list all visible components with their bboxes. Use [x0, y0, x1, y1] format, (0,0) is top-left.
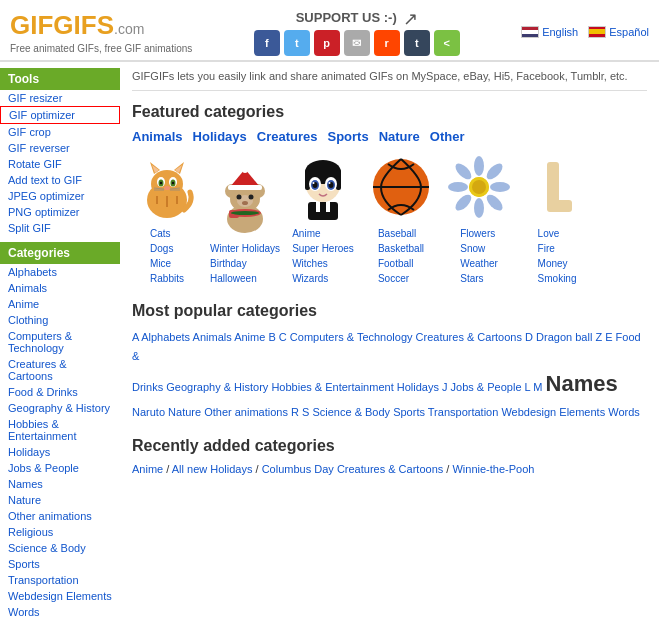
pop-e-link[interactable]: E	[605, 331, 612, 343]
sidebar-item-other-animations[interactable]: Other animations	[0, 508, 120, 524]
pop-creatures-link[interactable]: Creatures & Cartoons	[416, 331, 522, 343]
recent-anime-link[interactable]: Anime	[132, 463, 163, 475]
feat-other-link[interactable]: Other	[430, 129, 465, 144]
sidebar-item-gif-optimizer[interactable]: GIF optimizer	[0, 106, 120, 124]
sidebar-item-add-text-gif[interactable]: Add text to GIF	[0, 172, 120, 188]
pop-s-link[interactable]: S	[302, 406, 309, 418]
football-link[interactable]: Football	[378, 256, 414, 271]
soccer-link[interactable]: Soccer	[378, 271, 409, 286]
reddit-button[interactable]: r	[374, 30, 400, 56]
feat-creatures-link[interactable]: Creatures	[257, 129, 318, 144]
winter-holidays-link[interactable]: Winter Holidays	[210, 241, 280, 256]
pop-holidays-link[interactable]: Holidays	[397, 381, 439, 393]
pop-naruto-link[interactable]: Naruto	[132, 406, 165, 418]
recent-creatures-link[interactable]: Creatures & Cartoons	[337, 463, 443, 475]
sidebar-item-science[interactable]: Science & Body	[0, 540, 120, 556]
sidebar-item-webdesign[interactable]: Webdesign Elements	[0, 588, 120, 604]
recent-holidays-link[interactable]: Holidays	[210, 463, 252, 475]
pop-sports-link[interactable]: Sports	[393, 406, 425, 418]
weather-link[interactable]: Weather	[460, 256, 498, 271]
sidebar-item-jpeg-optimizer[interactable]: JPEG optimizer	[0, 188, 120, 204]
espanol-link[interactable]: Español	[609, 26, 649, 38]
halloween-link[interactable]: Halloween	[210, 271, 257, 286]
sidebar-item-creatures[interactable]: Creatures & Cartoons	[0, 356, 120, 384]
pop-anime-link[interactable]: Anime	[234, 331, 265, 343]
sidebar-item-gif-crop[interactable]: GIF crop	[0, 124, 120, 140]
pop-science-link[interactable]: Science & Body	[312, 406, 390, 418]
pop-jobs-link[interactable]: Jobs & People	[451, 381, 522, 393]
sidebar-item-clothing[interactable]: Clothing	[0, 312, 120, 328]
pop-drinks-link[interactable]: Drinks	[132, 381, 163, 393]
sidebar-item-sports[interactable]: Sports	[0, 556, 120, 572]
feat-nature-link[interactable]: Nature	[379, 129, 420, 144]
sidebar-item-jobs[interactable]: Jobs & People	[0, 460, 120, 476]
sidebar-item-anime[interactable]: Anime	[0, 296, 120, 312]
lang-english[interactable]: English	[521, 26, 578, 38]
sidebar-item-gif-resizer[interactable]: GIF resizer	[0, 90, 120, 106]
rabbits-link[interactable]: Rabbits	[150, 271, 184, 286]
twitter-button[interactable]: t	[284, 30, 310, 56]
sidebar-item-food[interactable]: Food & Drinks	[0, 384, 120, 400]
snow-link[interactable]: Snow	[460, 241, 485, 256]
baseball-link[interactable]: Baseball	[378, 226, 416, 241]
pop-hobbies-link[interactable]: Hobbies & Entertainment	[271, 381, 393, 393]
pop-computers-link[interactable]: Computers & Technology	[290, 331, 413, 343]
share-button[interactable]: <	[434, 30, 460, 56]
english-link[interactable]: English	[542, 26, 578, 38]
sidebar-item-words[interactable]: Words	[0, 604, 120, 620]
fire-link[interactable]: Fire	[538, 241, 555, 256]
sidebar-item-transportation[interactable]: Transportation	[0, 572, 120, 588]
lang-espanol[interactable]: Español	[588, 26, 649, 38]
pinterest-button[interactable]: p	[314, 30, 340, 56]
feat-sports-link[interactable]: Sports	[327, 129, 368, 144]
birthday-link[interactable]: Birthday	[210, 256, 247, 271]
pop-other-anim-link[interactable]: Other animations	[204, 406, 288, 418]
feat-animals-link[interactable]: Animals	[132, 129, 183, 144]
recent-columbus-link[interactable]: Columbus Day	[262, 463, 334, 475]
sidebar-item-split-gif[interactable]: Split GIF	[0, 220, 120, 236]
mice-link[interactable]: Mice	[150, 256, 171, 271]
pop-alphabets-link[interactable]: Alphabets	[141, 331, 190, 343]
pop-names-big[interactable]: Names	[546, 371, 618, 396]
pop-l-link[interactable]: L	[525, 381, 531, 393]
sidebar-item-names[interactable]: Names	[0, 476, 120, 492]
sidebar-item-holidays[interactable]: Holidays	[0, 444, 120, 460]
stars-link[interactable]: Stars	[460, 271, 483, 286]
sidebar-item-png-optimizer[interactable]: PNG optimizer	[0, 204, 120, 220]
smoking-link[interactable]: Smoking	[538, 271, 577, 286]
anime-link[interactable]: Anime	[292, 226, 320, 241]
sidebar-item-religious[interactable]: Religious	[0, 524, 120, 540]
sidebar-item-hobbies[interactable]: Hobbies & Entertainment	[0, 416, 120, 444]
superheroes-link[interactable]: Super Heroes	[292, 241, 354, 256]
recent-all-new-link[interactable]: All new	[172, 463, 207, 475]
sidebar-item-computers[interactable]: Computers & Technology	[0, 328, 120, 356]
pop-r-link[interactable]: R	[291, 406, 299, 418]
pop-geography-link[interactable]: Geography & History	[166, 381, 268, 393]
dogs-link[interactable]: Dogs	[150, 241, 173, 256]
feat-holidays-link[interactable]: Holidays	[193, 129, 247, 144]
email-button[interactable]: ✉	[344, 30, 370, 56]
facebook-button[interactable]: f	[254, 30, 280, 56]
flowers-link[interactable]: Flowers	[460, 226, 495, 241]
pop-animals-link[interactable]: Animals	[193, 331, 232, 343]
pop-j-link[interactable]: J	[442, 381, 448, 393]
tumblr-button[interactable]: t	[404, 30, 430, 56]
sidebar-item-animals[interactable]: Animals	[0, 280, 120, 296]
cats-link[interactable]: Cats	[150, 226, 171, 241]
wizards-link[interactable]: Wizards	[292, 271, 328, 286]
pop-d-link[interactable]: D	[525, 331, 533, 343]
pop-words-link[interactable]: Words	[608, 406, 640, 418]
witches-link[interactable]: Witches	[292, 256, 328, 271]
pop-a-link[interactable]: A	[132, 331, 139, 343]
sidebar-item-gif-reverser[interactable]: GIF reverser	[0, 140, 120, 156]
love-link[interactable]: Love	[538, 226, 560, 241]
sidebar-item-rotate-gif[interactable]: Rotate GIF	[0, 156, 120, 172]
pop-dragonball-link[interactable]: Dragon ball Z	[536, 331, 602, 343]
pop-c-link[interactable]: C	[279, 331, 287, 343]
sidebar-item-nature[interactable]: Nature	[0, 492, 120, 508]
sidebar-item-alphabets[interactable]: Alphabets	[0, 264, 120, 280]
pop-webdesign-link[interactable]: Webdesign Elements	[501, 406, 605, 418]
pop-nature-link[interactable]: Nature	[168, 406, 201, 418]
pop-m-link[interactable]: M	[533, 381, 542, 393]
pop-b-link[interactable]: B	[268, 331, 275, 343]
